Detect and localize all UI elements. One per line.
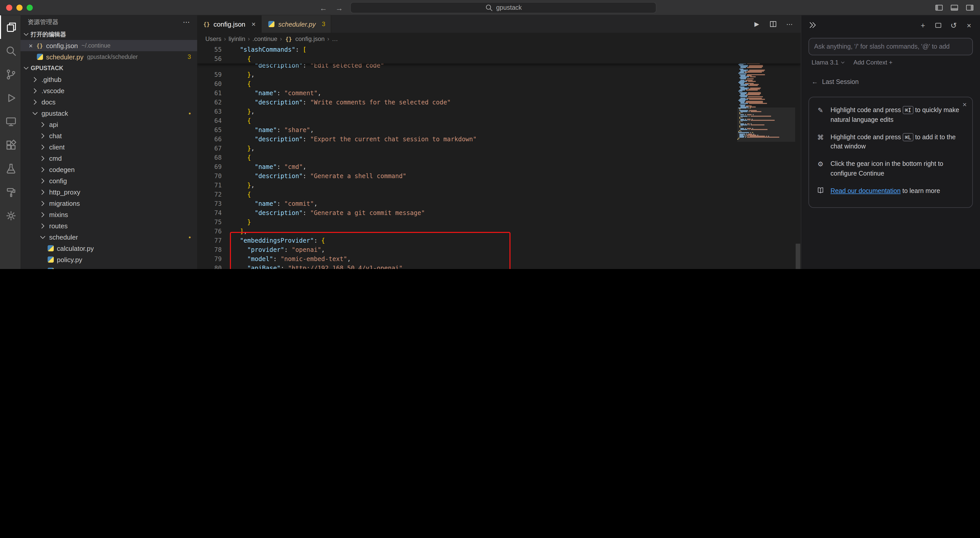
command-center-text: gpustack xyxy=(496,4,522,11)
code-line: 55 "slashCommands": [ xyxy=(197,45,801,54)
breadcrumb-item[interactable]: .continue xyxy=(253,35,277,43)
toggle-primary-sidebar-icon[interactable] xyxy=(935,3,943,12)
problems-badge: 3 xyxy=(188,53,191,60)
chevron-down-icon xyxy=(840,60,845,65)
tree-item-migrations[interactable]: migrations xyxy=(21,198,197,209)
close-icon[interactable]: × xyxy=(963,100,967,108)
tree-item-gpustack[interactable]: gpustack● xyxy=(21,108,197,119)
tree-item-.vscode[interactable]: .vscode xyxy=(21,85,197,96)
more-actions-icon[interactable]: ⋯ xyxy=(183,18,190,26)
zoom-window-button[interactable] xyxy=(27,5,33,11)
command-center[interactable]: gpustack xyxy=(350,2,656,13)
add-context-button[interactable]: Add Context + xyxy=(853,59,892,66)
tree-item-config[interactable]: config xyxy=(21,175,197,186)
activity-search[interactable] xyxy=(0,39,21,62)
open-full-screen-icon[interactable] xyxy=(934,21,942,29)
tree-item-queue.py[interactable]: queue.py xyxy=(21,265,197,269)
tab-config.json[interactable]: {}config.json× xyxy=(197,15,262,33)
tree-item-scheduler[interactable]: scheduler● xyxy=(21,232,197,243)
open-editor-config.json[interactable]: ×{}config.json~/.continue xyxy=(21,40,197,51)
tree-item-policy.py[interactable]: policy.py xyxy=(21,254,197,265)
breadcrumb-item[interactable]: liyinlin xyxy=(229,35,245,43)
file-icon: {} xyxy=(36,42,43,49)
keyboard-shortcut: ⌘L xyxy=(903,133,913,141)
chat-input-placeholder: Ask anything, '/' for slash commands, '@… xyxy=(814,43,950,50)
continue-panel: + ↺ × Ask anything, '/' for slash comman… xyxy=(801,15,980,269)
line-number: 59 xyxy=(197,70,232,79)
line-number: 64 xyxy=(197,116,232,125)
tree-item-api[interactable]: api xyxy=(21,119,197,130)
chevron-right-icon xyxy=(39,222,46,230)
tree-item-codegen[interactable]: codegen xyxy=(21,164,197,175)
line-number: 56 xyxy=(197,54,232,63)
breadcrumb-item[interactable]: Users xyxy=(205,35,221,43)
activity-explorer[interactable] xyxy=(0,15,21,39)
line-number: 76 xyxy=(197,227,232,236)
chevron-right-icon xyxy=(39,188,46,196)
back-button[interactable]: ← xyxy=(320,3,327,12)
vscode-window: ← → gpustack 资源管理器 ⋯ 打开的编辑器 ×{}config.js… xyxy=(0,0,980,269)
chat-input[interactable]: Ask anything, '/' for slash commands, '@… xyxy=(808,38,973,55)
close-icon[interactable]: × xyxy=(27,42,35,49)
close-tab-icon[interactable]: × xyxy=(251,20,256,28)
line-number: 62 xyxy=(197,98,232,107)
open-editors-section-header[interactable]: 打开的编辑器 xyxy=(21,29,197,40)
new-session-icon[interactable]: + xyxy=(919,21,927,29)
keyboard-shortcut: ⌘I xyxy=(903,106,913,114)
tree-item-cmd[interactable]: cmd xyxy=(21,152,197,164)
minimap-slider[interactable] xyxy=(737,108,795,142)
line-number xyxy=(197,63,232,70)
file-tree: .github.vscodedocsgpustack●apichatclient… xyxy=(21,74,197,269)
editor-group: {}config.json×scheduler.py3▶⋯ Users›liyi… xyxy=(197,15,801,269)
toggle-panel-icon[interactable] xyxy=(950,3,958,12)
code-editor[interactable]: 59 },60 {61 "name": "comment",62 "descri… xyxy=(197,45,801,269)
tree-item-routes[interactable]: routes xyxy=(21,220,197,232)
breadcrumb-item[interactable]: … xyxy=(332,35,338,43)
code-line: 68 { xyxy=(197,153,801,162)
code-line: 73 "name": "commit", xyxy=(197,199,801,208)
project-section-header[interactable]: GPUSTACK xyxy=(21,62,197,74)
tree-item-.github[interactable]: .github xyxy=(21,74,197,85)
run-icon[interactable]: ▶ xyxy=(752,20,761,28)
vertical-scrollbar[interactable] xyxy=(795,244,800,269)
tree-item-docs[interactable]: docs xyxy=(21,96,197,108)
tree-item-chat[interactable]: chat xyxy=(21,130,197,141)
tree-item-http_proxy[interactable]: http_proxy xyxy=(21,186,197,198)
editor-actions: ▶⋯ xyxy=(752,15,801,33)
minimize-window-button[interactable] xyxy=(16,5,22,11)
file-icon xyxy=(46,244,54,252)
split-editor-icon[interactable] xyxy=(769,20,777,28)
activity-run-and-debug[interactable] xyxy=(0,86,21,110)
chevron-right-icon xyxy=(39,121,46,128)
close-window-button[interactable] xyxy=(6,5,12,11)
cmdkey-icon: ⌘ xyxy=(816,132,825,152)
code-line: 69 "name": "cmd", xyxy=(197,162,801,171)
code-line: 64 { xyxy=(197,116,801,125)
activity-extensions[interactable] xyxy=(0,133,21,157)
code-line: 74 "description": "Generate a git commit… xyxy=(197,208,801,217)
history-icon[interactable]: ↺ xyxy=(950,21,958,29)
breadcrumb-item[interactable]: config.json xyxy=(295,35,325,43)
activity-theme-tools[interactable] xyxy=(0,180,21,204)
close-panel-icon[interactable]: × xyxy=(965,21,973,29)
activity-remote-explorer[interactable] xyxy=(0,110,21,133)
last-session-link[interactable]: ← Last Session xyxy=(811,78,970,86)
tab-scheduler.py[interactable]: scheduler.py3 xyxy=(262,15,331,33)
activity-source-control[interactable] xyxy=(0,62,21,86)
activity-settings-tools[interactable] xyxy=(0,204,21,227)
forward-button[interactable]: → xyxy=(336,3,343,12)
line-number: 68 xyxy=(197,153,232,162)
activity-testing[interactable] xyxy=(0,157,21,180)
open-editor-scheduler.py[interactable]: scheduler.pygpustack/scheduler3 xyxy=(21,51,197,62)
line-number: 75 xyxy=(197,217,232,227)
modified-dot: ● xyxy=(188,235,191,239)
toggle-secondary-sidebar-icon[interactable] xyxy=(966,3,974,12)
tree-item-calculator.py[interactable]: calculator.py xyxy=(21,243,197,254)
chevron-down-icon xyxy=(22,65,30,71)
model-selector[interactable]: Llama 3.1 xyxy=(811,59,845,66)
code-line: 63 }, xyxy=(197,107,801,116)
documentation-link[interactable]: Read our documentation xyxy=(830,187,900,194)
more-actions-icon[interactable]: ⋯ xyxy=(786,20,794,28)
tree-item-mixins[interactable]: mixins xyxy=(21,209,197,220)
tree-item-client[interactable]: client xyxy=(21,141,197,152)
